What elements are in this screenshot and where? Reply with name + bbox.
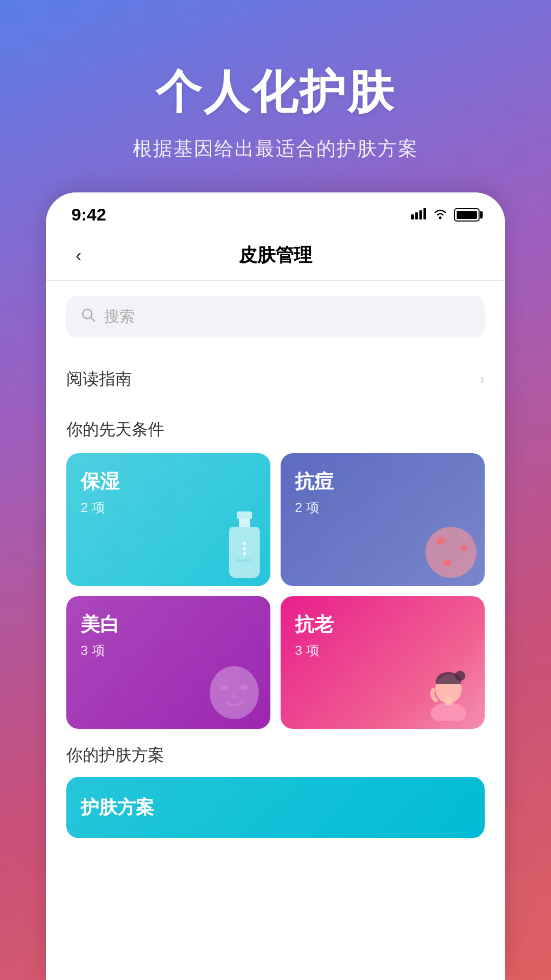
svg-rect-2 xyxy=(419,210,422,219)
header-section: 个人化护肤 根据基因给出最适合的护肤方案 xyxy=(0,0,551,192)
acne-face-illustration xyxy=(425,527,477,578)
card-acne-count: 2 项 xyxy=(295,499,470,517)
svg-point-14 xyxy=(455,671,465,681)
nav-title: 皮肤管理 xyxy=(239,243,312,268)
phone-mockup: 9:42 xyxy=(46,192,505,980)
nav-bar: ‹ 皮肤管理 xyxy=(46,233,505,281)
person-illustration xyxy=(420,654,477,721)
guide-label: 阅读指南 xyxy=(66,368,132,390)
svg-point-7 xyxy=(210,666,259,719)
svg-rect-0 xyxy=(411,214,414,219)
svg-point-11 xyxy=(431,703,466,721)
mask-illustration xyxy=(206,659,262,721)
card-anti-aging[interactable]: 抗老 3 项 xyxy=(281,596,485,729)
back-button[interactable]: ‹ xyxy=(71,241,86,271)
wifi-icon xyxy=(433,207,448,223)
skincare-card[interactable]: 护肤方案 xyxy=(66,777,485,838)
water-bottle-illustration: water xyxy=(227,511,262,578)
cards-grid: 保湿 2 项 water xyxy=(66,453,485,729)
search-bar[interactable]: 搜索 xyxy=(66,296,485,337)
skincare-section-title: 你的护肤方案 xyxy=(66,744,485,767)
sub-title: 根据基因给出最适合的护肤方案 xyxy=(31,136,520,162)
svg-point-9 xyxy=(240,685,248,690)
skincare-section: 你的护肤方案 护肤方案 xyxy=(66,744,485,838)
card-whitening[interactable]: 美白 3 项 xyxy=(66,596,270,729)
card-moisturizing-title: 保湿 xyxy=(81,469,256,495)
search-icon xyxy=(81,307,96,326)
status-time: 9:42 xyxy=(71,205,106,225)
status-icons xyxy=(411,207,480,223)
innate-section-title: 你的先天条件 xyxy=(66,419,485,441)
svg-rect-1 xyxy=(415,212,418,219)
search-placeholder: 搜索 xyxy=(104,306,135,327)
card-acne[interactable]: 抗痘 2 项 xyxy=(281,453,485,586)
svg-line-6 xyxy=(90,317,94,321)
status-bar: 9:42 xyxy=(46,192,505,233)
svg-point-4 xyxy=(439,216,442,219)
card-acne-title: 抗痘 xyxy=(295,469,470,495)
chevron-right-icon: › xyxy=(480,371,485,388)
svg-point-8 xyxy=(220,685,229,690)
svg-rect-3 xyxy=(423,208,426,219)
card-anti-aging-title: 抗老 xyxy=(295,611,470,638)
battery-icon xyxy=(454,208,480,222)
guide-row[interactable]: 阅读指南 › xyxy=(66,356,485,403)
main-title: 个人化护肤 xyxy=(31,61,520,124)
content-area: 搜索 阅读指南 › 你的先天条件 保湿 2 项 xyxy=(46,281,505,980)
skincare-card-title: 护肤方案 xyxy=(81,795,154,820)
svg-point-10 xyxy=(232,695,237,698)
card-whitening-title: 美白 xyxy=(81,611,256,638)
card-whitening-count: 3 项 xyxy=(81,642,256,659)
signal-icon xyxy=(411,207,427,223)
card-moisturizing[interactable]: 保湿 2 项 water xyxy=(66,453,270,586)
